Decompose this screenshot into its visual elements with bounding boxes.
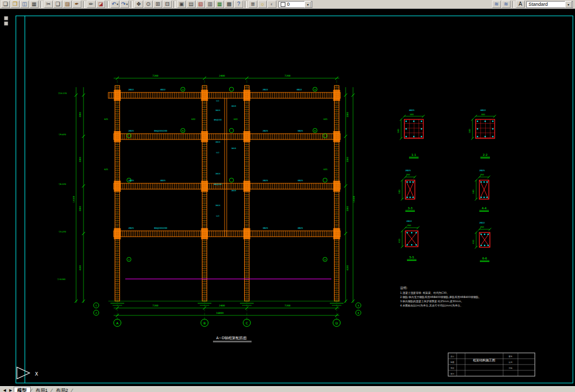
table-button[interactable]: ▦ bbox=[215, 1, 224, 8]
column-beam-sections: 1-12-23-34-45-56-6 bbox=[400, 115, 496, 262]
sheet-set-manager-button[interactable]: ▤ bbox=[187, 1, 196, 8]
rebar-dot bbox=[477, 136, 478, 137]
autocad-window: ❏❐◫▦✂❑▨✒✏◪↶▾↷▾✥⊙⊞⊟▣▤▧▥▦▩?≣☼◐ 0 ▾ ≋≋A Sta… bbox=[0, 0, 575, 392]
design-center-icon: ≋ bbox=[504, 1, 508, 7]
paste-icon: ▨ bbox=[65, 1, 70, 7]
draw-icon: ✏ bbox=[89, 1, 93, 7]
layer-freeze-button[interactable]: ◐ bbox=[267, 1, 276, 8]
section-label: 1-1 bbox=[412, 153, 416, 156]
layer-on-button[interactable]: ☼ bbox=[258, 1, 267, 8]
annotation-text: 250 bbox=[407, 224, 411, 227]
tab-nav-prev-icon[interactable]: ◀ bbox=[2, 388, 7, 392]
annotation-text: 3Φ25 bbox=[263, 227, 268, 229]
rebar-dot bbox=[413, 120, 415, 122]
zoom-previous-button[interactable]: ⊟ bbox=[163, 1, 172, 8]
tool-palettes-button[interactable]: ▣ bbox=[177, 1, 186, 8]
design-center-button[interactable]: ≋ bbox=[502, 1, 511, 8]
cut-mark-circle bbox=[323, 178, 327, 182]
notes-block: 说明: 1.混凝土强度等级: 框架梁、柱均为C30。 2.钢筋:纵向受力钢筋采用… bbox=[400, 286, 481, 307]
title-block: 设计制图审核校对图号比例日期框架结构施工图 bbox=[448, 353, 535, 376]
drawing-canvas[interactable]: 1-12-23-34-45-56-6 ABCD1234 123456 72002… bbox=[0, 9, 575, 386]
annotation-text: 2Φ18 bbox=[215, 173, 220, 175]
annotation-text: 2Φ25 bbox=[405, 169, 411, 172]
column bbox=[245, 86, 249, 301]
markup-icon: ▧ bbox=[198, 1, 203, 7]
save-button[interactable]: ◫ bbox=[20, 1, 29, 8]
erase-button[interactable]: ◪ bbox=[96, 1, 105, 8]
annotation-text: 4200 bbox=[346, 265, 349, 270]
style-combo[interactable]: Standard ▾ bbox=[526, 1, 573, 8]
axis-bubbles: ABCD1234 bbox=[94, 303, 361, 326]
chevron-down-icon[interactable]: ▾ bbox=[565, 1, 572, 8]
annotation-text: KZ2 bbox=[191, 118, 196, 120]
annotation-text: 450 bbox=[472, 240, 475, 244]
zoom-window-button[interactable]: ⊞ bbox=[153, 1, 162, 8]
help-button[interactable]: ? bbox=[234, 1, 243, 8]
zoom-realtime-button[interactable]: ⊙ bbox=[144, 1, 153, 8]
pan-button[interactable]: ✥ bbox=[134, 1, 143, 8]
axis-bubble-label: C bbox=[246, 321, 248, 325]
draw-button[interactable]: ✏ bbox=[87, 1, 96, 8]
annotation-text: 2400 bbox=[219, 74, 225, 77]
layer-properties-icon: ≣ bbox=[251, 1, 255, 7]
copy-icon: ❑ bbox=[55, 1, 60, 7]
text-style-button[interactable]: A bbox=[516, 1, 525, 8]
annotation-text: 16800 bbox=[216, 312, 224, 314]
zoom-window-icon: ⊞ bbox=[155, 1, 160, 7]
text-style-icon: A bbox=[518, 1, 522, 7]
annotation-text: 2Φ25 bbox=[128, 179, 134, 182]
annotation-text: ▽6.570 bbox=[59, 183, 66, 185]
calculator-button[interactable]: ▩ bbox=[225, 1, 234, 8]
rebar-dot bbox=[485, 136, 486, 137]
rebar-dot bbox=[415, 244, 417, 246]
annotations: 7200240072007200240072001680033003300330… bbox=[57, 74, 486, 314]
tab-layout2[interactable]: 布局2 bbox=[53, 387, 71, 392]
block-editor-button[interactable]: ▥ bbox=[206, 1, 215, 8]
beam-column-joint bbox=[201, 181, 208, 192]
toolbar-separator bbox=[245, 1, 247, 8]
beam-column-joint bbox=[201, 90, 208, 101]
copy-button[interactable]: ❑ bbox=[53, 1, 62, 8]
paste-button[interactable]: ▨ bbox=[63, 1, 72, 8]
cad-drawing[interactable]: 1-12-23-34-45-56-6 ABCD1234 123456 72002… bbox=[0, 9, 575, 384]
annotation-text: 3300 bbox=[79, 111, 81, 117]
cut-mark-circle bbox=[229, 128, 234, 133]
titleblock-label: 设计 bbox=[451, 355, 455, 358]
rebar-dot bbox=[412, 181, 414, 183]
chevron-down-icon[interactable]: ▾ bbox=[304, 1, 311, 8]
titleblock-label: 校对 bbox=[450, 373, 455, 375]
undo-button[interactable]: ↶▾ bbox=[110, 1, 119, 8]
table-icon: ▦ bbox=[217, 1, 222, 7]
beam bbox=[108, 92, 340, 98]
annotation-text: KZ1 bbox=[323, 168, 328, 171]
plot-icon: ▦ bbox=[32, 1, 36, 7]
annotation-text: 2Φ25 bbox=[128, 227, 134, 229]
chevron-down-icon[interactable]: ▾ bbox=[117, 1, 118, 7]
annotation-text: 2Φ25 bbox=[128, 129, 134, 132]
annotation-text: 2Φ16 bbox=[231, 190, 236, 192]
rebar-dot bbox=[406, 181, 408, 183]
annotation-text: 4Φ25 bbox=[298, 227, 303, 229]
markup-button[interactable]: ▧ bbox=[196, 1, 205, 8]
cut-button[interactable]: ✂ bbox=[44, 1, 53, 8]
toolbar-separator bbox=[131, 1, 133, 8]
redo-button[interactable]: ↷▾ bbox=[120, 1, 129, 8]
annotation-text: Φ8@100/200 bbox=[154, 227, 168, 229]
tab-nav-next-icon[interactable]: ▶ bbox=[7, 388, 13, 392]
plot-button[interactable]: ▦ bbox=[30, 1, 39, 8]
layer-combo[interactable]: 0 ▾ bbox=[279, 1, 312, 8]
match-properties-button[interactable]: ✒ bbox=[72, 1, 81, 8]
chevron-down-icon[interactable]: ▾ bbox=[126, 1, 128, 7]
beam-column-joint bbox=[201, 131, 208, 142]
tab-layout1[interactable]: 布局1 bbox=[32, 387, 51, 392]
open-button[interactable]: ❐ bbox=[11, 1, 20, 8]
annotation-text: Φ8@100/200 bbox=[154, 129, 168, 132]
tab-model[interactable]: 模型 bbox=[14, 387, 31, 392]
rebar-dot bbox=[410, 181, 411, 183]
layer-properties-button[interactable]: ≣ bbox=[248, 1, 257, 8]
cut-mark-number: 6 bbox=[314, 129, 316, 132]
properties-palette-button[interactable]: ≋ bbox=[492, 1, 501, 8]
section-label: 3-3 bbox=[408, 207, 413, 210]
new-button[interactable]: ❏ bbox=[1, 1, 10, 8]
annotation-text: 3Φ25 bbox=[298, 129, 303, 132]
